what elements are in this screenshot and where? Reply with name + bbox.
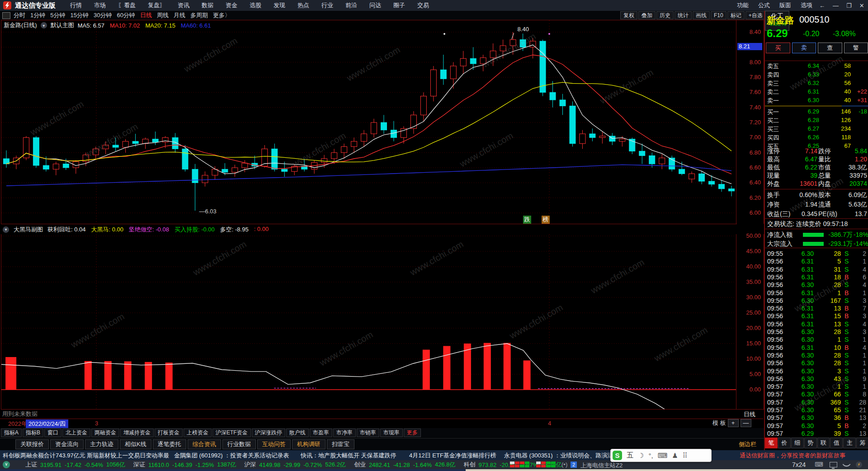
- menu-item[interactable]: 发现: [274, 1, 285, 9]
- tab-扫雷宝[interactable]: 扫雷宝: [327, 439, 354, 449]
- sidebar-toggle[interactable]: 侧边栏: [739, 440, 756, 448]
- grid-icon[interactable]: ⠿: [683, 452, 688, 460]
- period-30分钟[interactable]: 30分钟: [94, 11, 112, 19]
- record-icon[interactable]: (•): [561, 461, 567, 468]
- period-15分钟[interactable]: 15分钟: [70, 11, 88, 19]
- tab-互动问答[interactable]: 互动问答: [257, 439, 291, 449]
- menu-item[interactable]: 问达: [369, 1, 381, 9]
- punct-icon[interactable]: °,: [648, 452, 653, 459]
- indicator-pane[interactable]: [1, 234, 736, 410]
- tab-北上资金[interactable]: 北上资金: [62, 429, 90, 437]
- bid-row[interactable]: 买三6.27234: [765, 125, 868, 134]
- tab-增减持资金[interactable]: 增减持资金: [120, 429, 154, 437]
- news-item[interactable]: 科创板两融余额合计743.97亿元 斯瑞新材较上一交易日变动率最: [3, 452, 169, 460]
- collapse-chevrons-icon[interactable]: ∨: [3, 461, 10, 468]
- menu-item[interactable]: 版面: [779, 1, 791, 9]
- menu-item[interactable]: 市场: [94, 1, 106, 9]
- news-item[interactable]: 4月12日 ETF基金净值涨幅排行榜: [409, 452, 496, 460]
- news-item[interactable]: 金隅集团 (601992) ：投资者关系活动记录表: [174, 452, 289, 460]
- toolbar-button[interactable]: 画线: [693, 11, 710, 19]
- menu-item[interactable]: 交易: [417, 1, 429, 9]
- satellite-icon[interactable]: [842, 460, 850, 468]
- action-button-警[interactable]: 警: [844, 42, 868, 53]
- moon-icon[interactable]: ☽: [638, 452, 644, 460]
- tab-行业数据[interactable]: 行业数据: [222, 439, 256, 449]
- period-多周期[interactable]: 多周期: [190, 11, 208, 19]
- tab-市净率[interactable]: 市净率: [333, 429, 356, 437]
- menu-item[interactable]: 复盘〗: [148, 1, 165, 9]
- market-grid-icon[interactable]: [536, 462, 558, 467]
- tab-指标A[interactable]: 指标A: [1, 429, 22, 437]
- main-chart-pane[interactable]: 8.40—6.03: [1, 20, 736, 224]
- tab-主力轨迹[interactable]: 主力轨迹: [85, 439, 118, 449]
- toolbar-button[interactable]: 标记: [727, 11, 745, 19]
- ime-logo-icon[interactable]: S: [613, 451, 622, 460]
- ask-row[interactable]: 卖三6.3256: [765, 80, 868, 88]
- window-control-close[interactable]: ✕: [859, 2, 864, 9]
- tab-沪深ETF资金[interactable]: 沪深ETF资金: [212, 429, 251, 437]
- zoom-out-button[interactable]: —: [741, 419, 751, 427]
- tab-更多[interactable]: 更多: [404, 429, 421, 437]
- menu-item[interactable]: 热点: [297, 1, 309, 9]
- quote-tab-笔[interactable]: 笔: [765, 438, 778, 448]
- bid-row[interactable]: 买一6.29146-18: [765, 108, 868, 117]
- tab-上榜资金[interactable]: 上榜资金: [184, 429, 212, 437]
- quote-tab-价[interactable]: 价: [778, 438, 791, 448]
- index-quote-沪深[interactable]: 沪深4149.98-29.99-0.72%526.2亿: [244, 461, 346, 469]
- tab-资金流向[interactable]: 资金流向: [50, 439, 84, 449]
- ask-row[interactable]: 卖一6.3040+31: [765, 97, 868, 105]
- period-60分钟[interactable]: 60分钟: [117, 11, 135, 19]
- quote-tab-联[interactable]: 联: [817, 438, 830, 448]
- action-button-查[interactable]: 查: [818, 42, 842, 53]
- menu-item[interactable]: 圈子: [393, 1, 405, 9]
- toolbar-button[interactable]: 叠加: [638, 11, 656, 19]
- tab-相似K线[interactable]: 相似K线: [120, 439, 151, 449]
- window-layout-icon[interactable]: [2, 12, 10, 19]
- menu-item[interactable]: 行业: [321, 1, 333, 9]
- mode-7x24[interactable]: 7x24: [792, 461, 806, 468]
- toolbar-button[interactable]: F10: [711, 11, 726, 19]
- menu-item[interactable]: 数据: [202, 1, 213, 9]
- keyboard-icon[interactable]: ⌨: [815, 461, 823, 468]
- menu-item[interactable]: 资金: [226, 1, 237, 9]
- rank-badge[interactable]: 榜: [542, 216, 550, 224]
- news-item[interactable]: 快讯：地产股大幅低开 天保基建跌停: [301, 452, 396, 460]
- chevron-down-icon[interactable]: ▾: [3, 226, 9, 233]
- tab-逐笔委托[interactable]: 逐笔委托: [153, 439, 186, 449]
- menu-item[interactable]: 行情: [70, 1, 82, 9]
- period-周线[interactable]: 周线: [157, 11, 169, 19]
- tab-窗口[interactable]: 窗口: [44, 429, 61, 437]
- tab-机构调研[interactable]: 机构调研: [292, 439, 326, 449]
- tab-综合资讯[interactable]: 综合资讯: [188, 439, 221, 449]
- menu-item[interactable]: 前沿: [345, 1, 357, 9]
- keyboard-icon[interactable]: ⌨: [658, 452, 668, 460]
- tab-关联报价[interactable]: 关联报价: [15, 439, 49, 449]
- toolbar-button[interactable]: 统计: [675, 11, 692, 19]
- stock-code[interactable]: 000510: [799, 14, 830, 25]
- fall-badge[interactable]: 跌: [523, 216, 531, 224]
- period-分时[interactable]: 分时: [14, 11, 25, 19]
- bid-row[interactable]: 买四6.26118: [765, 134, 868, 142]
- window-control-minimize[interactable]: —: [833, 2, 839, 9]
- quote-tab-细[interactable]: 细: [791, 438, 804, 448]
- stock-name[interactable]: 新金路: [767, 14, 794, 27]
- bid-row[interactable]: 买二6.28126: [765, 117, 868, 125]
- tab-两融资金[interactable]: 两融资金: [91, 429, 119, 437]
- index-quote-深证[interactable]: 深证11610.0-146.39-1.25%1387亿: [133, 461, 236, 469]
- toolbar-button[interactable]: 复权: [620, 11, 637, 19]
- tab-散户线[interactable]: 散户线: [286, 429, 309, 437]
- tab-市销率[interactable]: 市销率: [357, 429, 379, 437]
- index-quote-上证[interactable]: 上证3195.91-17.42-0.54%1056亿: [25, 461, 125, 469]
- menu-item[interactable]: 〖看盘: [118, 1, 136, 9]
- menu-item[interactable]: 选股: [250, 1, 261, 9]
- menu-item[interactable]: 功能: [737, 1, 749, 9]
- window-control-restore[interactable]: ❐: [846, 2, 852, 9]
- quote-tab-主[interactable]: 主: [843, 438, 856, 448]
- news-item-highlight[interactable]: 通达信财富圈，分享投资者的新财富故事: [740, 452, 845, 460]
- period-月线[interactable]: 月线: [174, 11, 185, 19]
- template-label[interactable]: 模 板: [712, 419, 726, 427]
- period-5分钟[interactable]: 5分钟: [50, 11, 65, 19]
- ime-candidate[interactable]: 五: [627, 451, 633, 460]
- message-count-badge[interactable]: 2: [571, 462, 577, 468]
- tab-沪深涨跌停[interactable]: 沪深涨跌停: [252, 429, 285, 437]
